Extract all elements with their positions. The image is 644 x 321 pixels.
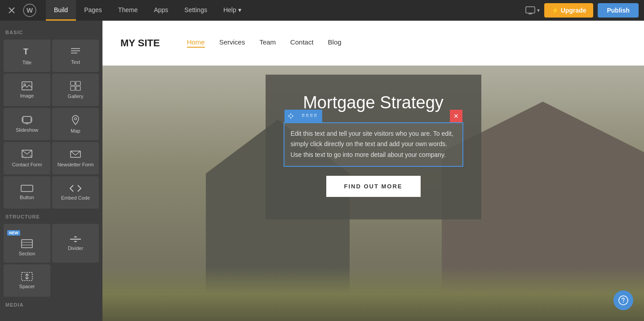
site-logo: MY SITE	[120, 37, 160, 49]
widget-section[interactable]: NEW Section	[4, 224, 50, 263]
section-icon	[21, 239, 33, 248]
tab-help[interactable]: Help ▾	[215, 0, 249, 21]
widget-newsletter-form[interactable]: Newsletter Form	[52, 142, 99, 174]
svg-point-41	[623, 302, 624, 303]
widget-sidebar: BASIC T Title	[0, 21, 102, 321]
toolbar-close-button[interactable]: ✕	[450, 110, 462, 122]
device-preview-button[interactable]: ▾	[525, 6, 540, 14]
svg-marker-36	[74, 236, 77, 237]
widget-text-label: Text	[71, 59, 80, 65]
button-icon	[21, 185, 33, 192]
contact-form-icon	[22, 149, 32, 159]
toolbar-move-handle[interactable]	[284, 110, 297, 122]
upgrade-button[interactable]: ⚡ Upgrade	[544, 3, 594, 18]
text-icon	[70, 47, 81, 57]
svg-point-21	[27, 123, 28, 125]
hero-card: Mortgage Strategy	[266, 75, 481, 219]
spacer-icon	[21, 272, 33, 281]
widget-image[interactable]: Image	[4, 74, 50, 106]
publish-button[interactable]: Publish	[598, 3, 639, 18]
help-fab-button[interactable]	[613, 290, 633, 310]
widget-contact-form[interactable]: Contact Form	[4, 142, 50, 174]
widget-title[interactable]: T Title	[4, 40, 50, 72]
widget-divider-label: Divider	[68, 245, 83, 251]
svg-rect-18	[22, 117, 23, 122]
svg-rect-13	[71, 81, 75, 85]
widget-section-label: Section	[19, 251, 36, 256]
svg-rect-31	[21, 185, 33, 192]
tab-pages[interactable]: Pages	[76, 0, 110, 21]
structure-widgets-grid: NEW Section	[4, 224, 99, 297]
svg-rect-16	[76, 86, 80, 90]
site-header: MY SITE Home Services Team Contact Blog	[102, 21, 644, 66]
nav-right-actions: ▾ ⚡ Upgrade Publish	[525, 3, 639, 18]
tab-settings[interactable]: Settings	[176, 0, 215, 21]
widget-image-label: Image	[20, 93, 34, 98]
nav-blog[interactable]: Blog	[328, 38, 342, 48]
toolbar-drag-handle[interactable]: ⠿⠿⠿⠿	[297, 110, 322, 122]
site-nav: Home Services Team Contact Blog	[187, 38, 342, 48]
widget-map-label: Map	[71, 128, 80, 134]
widget-spacer-label: Spacer	[19, 284, 35, 289]
svg-text:W: W	[27, 6, 33, 14]
widget-title-label: Title	[22, 60, 31, 65]
image-icon	[22, 81, 32, 90]
hero-cta-button[interactable]: FIND OUT MORE	[326, 176, 421, 197]
hero-body-text[interactable]: Edit this text and tell your site visito…	[284, 123, 462, 166]
new-badge-section: NEW	[7, 230, 20, 236]
tab-apps[interactable]: Apps	[146, 0, 176, 21]
widget-newsletter-form-label: Newsletter Form	[58, 162, 94, 167]
widget-embed-code[interactable]: Embed Code	[52, 176, 99, 209]
hero-section: Mortgage Strategy	[102, 66, 644, 321]
widget-contact-form-label: Contact Form	[12, 162, 42, 167]
svg-marker-37	[74, 241, 77, 242]
newsletter-form-icon	[70, 149, 81, 159]
tab-theme[interactable]: Theme	[110, 0, 146, 21]
widget-embed-code-label: Embed Code	[61, 195, 90, 201]
weebly-logo: W	[22, 3, 37, 18]
widget-slideshow[interactable]: Slideshow	[4, 108, 50, 140]
widget-button-label: Button	[20, 195, 34, 200]
svg-rect-17	[23, 116, 31, 123]
svg-point-20	[25, 123, 26, 125]
nav-contact[interactable]: Contact	[290, 38, 314, 48]
basic-section-label: BASIC	[4, 30, 99, 35]
svg-point-22	[28, 123, 30, 125]
structure-section-label: STRUCTURE	[4, 214, 99, 219]
tab-build[interactable]: Build	[46, 0, 76, 21]
hero-title: Mortgage Strategy	[303, 93, 444, 113]
svg-text:T: T	[23, 47, 28, 56]
top-navigation: W Build Pages Theme Apps Settings Help ▾…	[0, 0, 644, 21]
svg-point-23	[75, 118, 77, 120]
svg-rect-19	[31, 117, 32, 122]
nav-team[interactable]: Team	[259, 38, 276, 48]
widget-gallery[interactable]: Gallery	[52, 74, 99, 106]
map-icon	[71, 115, 80, 125]
main-layout: BASIC T Title	[0, 21, 644, 321]
basic-widgets-grid: T Title Text	[4, 40, 99, 209]
nav-services[interactable]: Services	[219, 38, 245, 48]
device-dropdown-arrow: ▾	[537, 7, 540, 13]
svg-rect-14	[76, 81, 80, 85]
slideshow-icon	[21, 116, 33, 125]
text-element-toolbar: ⠿⠿⠿⠿	[284, 110, 322, 122]
text-element[interactable]: ⠿⠿⠿⠿ ✕ Edit this text and tell your site…	[284, 122, 463, 167]
media-section-label: MEDIA	[4, 302, 99, 308]
svg-rect-32	[22, 240, 32, 248]
site-canvas: MY SITE Home Services Team Contact Blog …	[102, 21, 644, 321]
close-button[interactable]	[5, 4, 18, 17]
svg-rect-4	[526, 7, 535, 13]
nav-home[interactable]: Home	[187, 38, 205, 48]
gallery-icon	[70, 81, 81, 91]
vegetation	[102, 267, 644, 321]
title-icon: T	[22, 46, 32, 57]
widget-map[interactable]: Map	[52, 108, 99, 140]
widget-button[interactable]: Button	[4, 176, 50, 209]
widget-slideshow-label: Slideshow	[16, 127, 38, 133]
widget-divider[interactable]: Divider	[52, 224, 99, 263]
widget-spacer[interactable]: Spacer	[4, 264, 50, 297]
svg-rect-15	[71, 86, 75, 90]
widget-gallery-label: Gallery	[68, 94, 84, 99]
embed-code-icon	[69, 184, 82, 192]
widget-text[interactable]: Text	[52, 40, 99, 72]
